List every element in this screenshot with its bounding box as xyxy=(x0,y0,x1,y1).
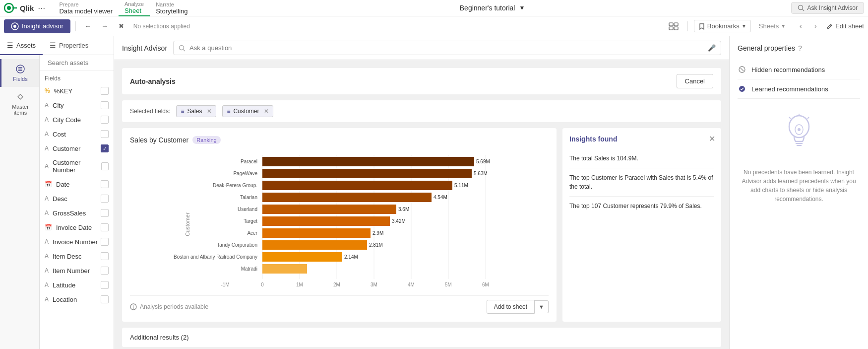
selection-back-button[interactable]: ← xyxy=(81,19,95,33)
field-chip-sales[interactable]: ≡ Sales ✕ xyxy=(176,105,216,117)
bar-talarian[interactable] xyxy=(262,193,432,202)
field-left: A Desc xyxy=(45,195,67,203)
ask-insight-advisor-button[interactable]: Ask Insight Advisor xyxy=(791,2,864,14)
nav-prepare[interactable]: Prepare Data model viewer xyxy=(53,0,119,16)
bar-paracel[interactable] xyxy=(262,157,474,166)
field-checkbox[interactable] xyxy=(101,144,109,152)
field-item[interactable]: A Customer xyxy=(40,141,114,156)
sidebar-item-fields[interactable]: Fields xyxy=(0,59,39,87)
assets-tab[interactable]: ☰ Assets xyxy=(0,36,43,55)
field-item[interactable]: A City Code xyxy=(40,113,114,127)
insight-advisor-tab[interactable]: Insight advisor xyxy=(4,19,70,33)
field-checkbox[interactable] xyxy=(101,162,109,170)
field-item[interactable]: 📅 Date xyxy=(40,177,114,192)
field-checkbox[interactable] xyxy=(101,180,109,188)
field-item[interactable]: A Item Desc xyxy=(40,249,114,264)
field-chip-customer[interactable]: ≡ Customer ✕ xyxy=(222,105,273,117)
field-checkbox[interactable] xyxy=(101,209,109,217)
insight-item-1: The total Sales is 104.9M. xyxy=(569,149,714,168)
field-left: A GrossSales xyxy=(45,209,86,217)
field-item[interactable]: A Item Number xyxy=(40,264,114,278)
bar-deak[interactable] xyxy=(262,181,452,190)
field-item[interactable]: 📅 Invoice Date xyxy=(40,220,114,235)
search-assets-input[interactable] xyxy=(48,59,114,67)
svg-text:1M: 1M xyxy=(296,282,303,287)
field-checkbox[interactable] xyxy=(101,223,109,231)
field-name: Latitude xyxy=(53,281,75,289)
edit-sheet-button[interactable]: Edit sheet xyxy=(826,22,864,30)
field-item[interactable]: A Location xyxy=(40,292,114,307)
learned-recommendations-item[interactable]: Learned recommendations xyxy=(738,79,860,99)
field-checkbox[interactable] xyxy=(101,101,109,109)
bar-matradi[interactable] xyxy=(262,264,307,274)
field-checkbox[interactable] xyxy=(101,238,109,246)
bookmarks-button[interactable]: Bookmarks ▼ xyxy=(694,20,751,32)
field-item[interactable]: A Invoice Number xyxy=(40,235,114,249)
ia-search-bar[interactable]: 🎤 xyxy=(173,41,721,55)
field-item[interactable]: A City xyxy=(40,98,114,113)
field-item[interactable]: A GrossSales xyxy=(40,206,114,220)
field-item[interactable]: A Desc xyxy=(40,192,114,206)
field-item[interactable]: % %KEY xyxy=(40,84,114,98)
qlik-logo[interactable]: Qlik xyxy=(4,3,34,13)
svg-text:Deak-Perera Group.: Deak-Perera Group. xyxy=(213,183,257,188)
sheets-button[interactable]: Sheets ▼ xyxy=(755,20,790,32)
insights-close-button[interactable]: ✕ xyxy=(709,134,715,143)
field-item[interactable]: A Cost xyxy=(40,127,114,141)
svg-line-59 xyxy=(741,68,744,71)
microphone-icon[interactable]: 🎤 xyxy=(708,44,716,52)
field-left: A Cost xyxy=(45,131,66,138)
field-checkbox[interactable] xyxy=(101,281,109,289)
field-checkbox[interactable] xyxy=(101,116,109,124)
bar-pagewave[interactable] xyxy=(262,169,472,178)
chart-insights-row: Sales by Customer Ranking Customer -1M 0… xyxy=(122,128,721,322)
field-left: A Customer xyxy=(45,145,80,152)
analysis-periods-info: i Analysis periods available xyxy=(130,303,208,310)
bar-userland[interactable] xyxy=(262,205,396,214)
bar-tandy[interactable] xyxy=(262,240,367,250)
svg-point-18 xyxy=(180,45,184,50)
remove-customer-field-button[interactable]: ✕ xyxy=(264,108,269,115)
ia-header-bar: Insight Advisor 🎤 xyxy=(114,36,729,60)
clear-selections-button[interactable]: ✖ xyxy=(115,19,128,33)
add-to-sheet-main[interactable]: Add to sheet xyxy=(487,300,535,314)
grid-view-button[interactable] xyxy=(666,19,682,33)
text-icon: A xyxy=(45,116,49,123)
field-checkbox[interactable] xyxy=(101,295,109,303)
bar-target[interactable] xyxy=(262,216,390,226)
next-sheet-button[interactable]: › xyxy=(808,19,822,33)
sheet-nav-arrows: ‹ › xyxy=(794,19,822,33)
add-to-sheet-button[interactable]: Add to sheet ▼ xyxy=(487,300,549,314)
app-title[interactable]: Beginner's tutorial ▼ xyxy=(193,4,791,12)
cancel-button[interactable]: Cancel xyxy=(677,74,713,88)
more-options-icon[interactable]: ··· xyxy=(38,3,45,13)
nav-narrate[interactable]: Narrate Storytelling xyxy=(150,0,193,16)
field-checkbox[interactable] xyxy=(101,252,109,260)
hidden-recommendations-item[interactable]: Hidden recommendations xyxy=(738,60,860,79)
ia-question-input[interactable] xyxy=(189,44,704,52)
field-name: Location xyxy=(53,296,77,303)
field-item[interactable]: A Latitude xyxy=(40,278,114,292)
field-item[interactable]: A Customer Number xyxy=(40,156,114,177)
remove-sales-field-button[interactable]: ✕ xyxy=(207,108,212,115)
info-icon: i xyxy=(130,303,137,310)
sheets-dropdown-icon: ▼ xyxy=(781,23,786,29)
additional-results-title: Additional results (2) xyxy=(130,334,189,341)
selected-fields-label: Selected fields: xyxy=(130,108,170,115)
field-checkbox[interactable] xyxy=(101,130,109,138)
bar-acer[interactable] xyxy=(262,228,371,238)
prev-sheet-button[interactable]: ‹ xyxy=(794,19,807,33)
field-checkbox[interactable] xyxy=(101,87,109,95)
nav-analyze[interactable]: Analyze Sheet xyxy=(119,0,150,16)
sidebar-item-master-items[interactable]: Master items xyxy=(0,87,39,121)
svg-text:6M: 6M xyxy=(482,282,489,287)
properties-tab[interactable]: ☰ Properties xyxy=(43,36,95,55)
field-name: Invoice Number xyxy=(53,238,98,246)
selection-forward-button[interactable]: → xyxy=(98,19,112,33)
help-icon[interactable]: ? xyxy=(798,44,802,52)
svg-text:Talarian: Talarian xyxy=(240,195,257,200)
field-checkbox[interactable] xyxy=(101,267,109,275)
add-to-sheet-dropdown[interactable]: ▼ xyxy=(535,300,549,313)
field-checkbox[interactable] xyxy=(101,195,109,203)
bar-boston[interactable] xyxy=(262,252,342,262)
